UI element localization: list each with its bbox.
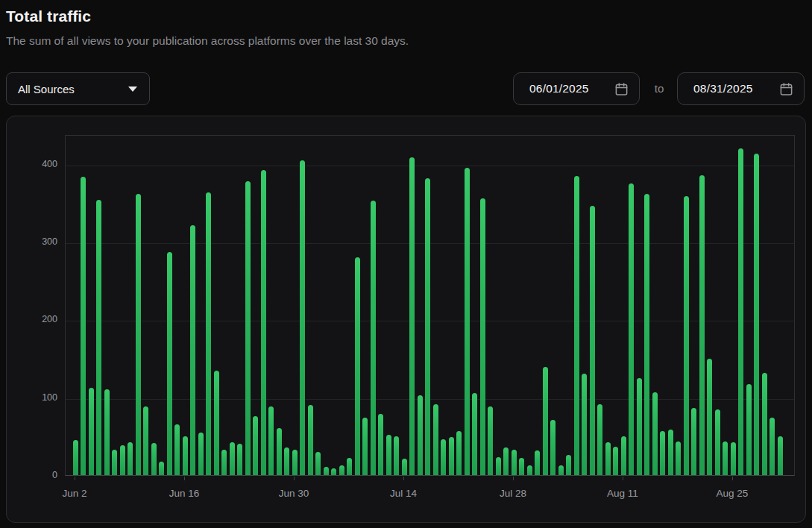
bar bbox=[731, 442, 736, 475]
bar bbox=[566, 455, 571, 475]
bar bbox=[684, 196, 689, 475]
bar bbox=[605, 442, 611, 475]
bar bbox=[143, 406, 148, 475]
bar bbox=[308, 405, 313, 475]
bar bbox=[433, 404, 438, 475]
caret-down-icon bbox=[128, 87, 137, 92]
x-axis-label: Aug 25 bbox=[701, 488, 764, 499]
bar bbox=[230, 442, 235, 475]
x-axis-label: Aug 11 bbox=[591, 488, 654, 499]
date-range-start-value: 06/01/2025 bbox=[529, 82, 614, 95]
y-axis-label: 0 bbox=[26, 470, 57, 480]
bar bbox=[503, 447, 509, 475]
bar bbox=[456, 431, 462, 475]
calendar-icon[interactable] bbox=[614, 82, 629, 96]
bar bbox=[261, 170, 266, 475]
bar bbox=[778, 436, 783, 475]
bar bbox=[754, 154, 759, 475]
x-axis-label: Jun 30 bbox=[262, 488, 325, 499]
bar bbox=[488, 406, 493, 475]
bar bbox=[81, 177, 86, 475]
x-axis-tick bbox=[184, 477, 185, 480]
bar bbox=[746, 384, 752, 475]
bar bbox=[738, 148, 743, 475]
x-axis-tick bbox=[75, 477, 75, 480]
bar bbox=[253, 416, 258, 475]
bar bbox=[558, 465, 564, 475]
bar bbox=[167, 252, 172, 475]
gridline bbox=[66, 166, 794, 166]
bar bbox=[512, 450, 517, 475]
bar bbox=[347, 458, 352, 475]
calendar-icon[interactable] bbox=[779, 82, 793, 96]
bar bbox=[174, 424, 180, 475]
bar bbox=[136, 194, 141, 475]
bar bbox=[245, 181, 251, 475]
bar bbox=[96, 200, 101, 475]
y-axis-label: 200 bbox=[26, 314, 57, 324]
bar bbox=[472, 393, 477, 475]
bar bbox=[331, 468, 336, 475]
bar bbox=[159, 462, 164, 475]
bar bbox=[496, 457, 501, 475]
bar bbox=[550, 420, 556, 475]
bar bbox=[574, 176, 579, 475]
bar bbox=[676, 441, 681, 475]
bar bbox=[237, 444, 242, 475]
bar bbox=[89, 388, 94, 475]
date-range-end-input[interactable]: 08/31/2025 bbox=[677, 72, 805, 105]
bar bbox=[355, 257, 360, 475]
bar bbox=[268, 406, 274, 475]
traffic-chart-card: 0100200300400Jun 2Jun 16Jun 30Jul 14Jul … bbox=[6, 116, 806, 523]
bar bbox=[73, 440, 78, 475]
bar bbox=[300, 160, 305, 475]
bar bbox=[339, 465, 344, 475]
bar bbox=[120, 445, 125, 475]
bar bbox=[371, 201, 376, 475]
bar bbox=[183, 436, 188, 475]
bar bbox=[315, 452, 321, 475]
date-range-end-value: 08/31/2025 bbox=[693, 82, 779, 95]
bar bbox=[629, 183, 634, 475]
x-axis-label: Jul 14 bbox=[372, 488, 435, 499]
page-title: Total traffic bbox=[6, 7, 91, 25]
y-axis-label: 300 bbox=[26, 236, 57, 247]
bar bbox=[769, 418, 775, 475]
bar bbox=[378, 414, 383, 475]
x-axis-tick bbox=[732, 477, 733, 480]
bar bbox=[668, 430, 673, 475]
date-range-start-input[interactable]: 06/01/2025 bbox=[513, 72, 640, 105]
bar bbox=[613, 447, 618, 475]
bar bbox=[151, 443, 157, 475]
x-axis-tick bbox=[513, 477, 514, 480]
bar bbox=[519, 458, 524, 475]
bar bbox=[723, 441, 728, 475]
bar bbox=[652, 392, 658, 475]
bar bbox=[762, 373, 767, 475]
date-range-separator: to bbox=[647, 82, 671, 95]
bar bbox=[597, 404, 602, 475]
y-axis-label: 100 bbox=[26, 392, 57, 403]
bar bbox=[590, 206, 595, 475]
x-axis-label: Jun 16 bbox=[153, 488, 215, 499]
bar bbox=[465, 168, 470, 475]
bar bbox=[362, 418, 368, 475]
x-axis-label: Jul 28 bbox=[482, 488, 544, 499]
bar bbox=[527, 465, 532, 475]
bar bbox=[409, 157, 415, 475]
source-filter-dropdown[interactable]: All Sources bbox=[6, 72, 150, 105]
bar bbox=[112, 450, 117, 475]
bar bbox=[582, 374, 587, 475]
x-axis-tick bbox=[623, 477, 623, 480]
source-filter-value: All Sources bbox=[18, 83, 128, 95]
x-axis-tick bbox=[294, 477, 295, 480]
bar bbox=[221, 450, 227, 475]
bar bbox=[707, 359, 712, 476]
y-axis-label: 400 bbox=[26, 159, 57, 169]
bar bbox=[425, 178, 430, 475]
bar bbox=[480, 198, 485, 475]
bar bbox=[691, 408, 696, 475]
bar bbox=[644, 194, 649, 475]
bar bbox=[214, 371, 219, 475]
bar bbox=[198, 433, 204, 475]
